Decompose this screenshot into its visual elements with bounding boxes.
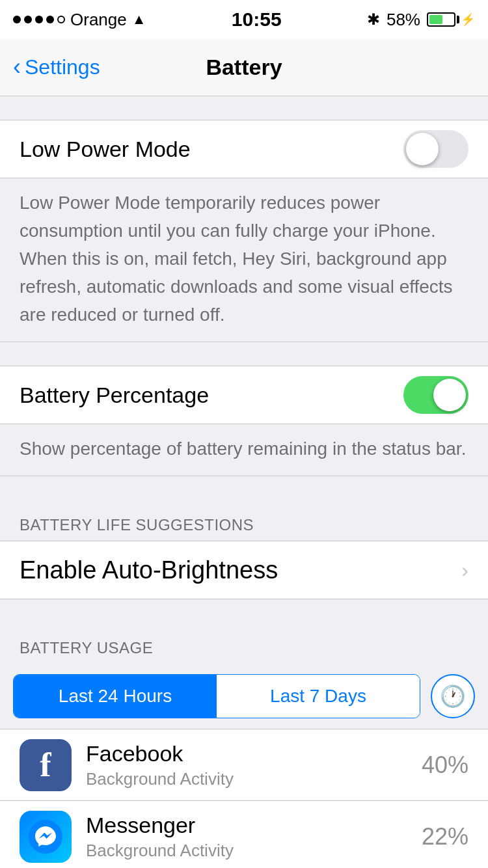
last-24-hours-tab[interactable]: Last 24 Hours (14, 675, 217, 718)
table-row[interactable]: f Facebook Background Activity 40% (0, 729, 488, 801)
back-label: Settings (25, 55, 100, 79)
battery-tip (457, 16, 459, 23)
clock-icon: 🕐 (440, 684, 466, 709)
low-power-mode-row: Low Power Mode (0, 120, 488, 178)
battery-fill (429, 15, 442, 24)
back-button[interactable]: ‹ Settings (13, 55, 100, 79)
messenger-pct: 22% (422, 823, 468, 850)
auto-brightness-row[interactable]: Enable Auto-Brightness › (0, 541, 488, 599)
status-right: ✱ 58% ⚡ (367, 10, 475, 30)
app-usage-list: f Facebook Background Activity 40% (0, 729, 488, 868)
facebook-icon: f (20, 739, 72, 791)
last-7-days-label: Last 7 Days (270, 686, 366, 707)
messenger-name: Messenger (86, 813, 407, 838)
battery-icon: ⚡ (427, 12, 475, 27)
signal-dot-3 (35, 16, 43, 23)
table-row[interactable]: Messenger Background Activity 22% (0, 801, 488, 868)
battery-usage-header-block: BATTERY USAGE (0, 623, 488, 664)
signal-dot-2 (24, 16, 32, 23)
auto-brightness-label: Enable Auto-Brightness (20, 556, 278, 584)
last-7-days-tab[interactable]: Last 7 Days (217, 675, 420, 718)
low-power-mode-knob (406, 133, 439, 165)
time-segment-control[interactable]: Last 24 Hours Last 7 Days (13, 674, 420, 718)
last-24-hours-label: Last 24 Hours (59, 686, 172, 707)
low-power-mode-group: Low Power Mode (0, 120, 488, 178)
bluetooth-icon: ✱ (367, 10, 380, 29)
suggestions-header-block: BATTERY LIFE SUGGESTIONS (0, 500, 488, 541)
low-power-mode-toggle[interactable] (403, 130, 468, 168)
nav-bar: ‹ Settings Battery (0, 39, 488, 96)
messenger-info: Messenger Background Activity (86, 813, 407, 861)
suggestions-header: BATTERY LIFE SUGGESTIONS (20, 516, 254, 534)
carrier-label: Orange (70, 10, 127, 30)
facebook-name: Facebook (86, 741, 407, 766)
lightning-icon: ⚡ (461, 12, 475, 27)
signal-dot-4 (46, 16, 54, 23)
battery-body (427, 12, 455, 27)
segment-control-row: Last 24 Hours Last 7 Days 🕐 (0, 664, 488, 729)
top-spacer (0, 96, 488, 120)
battery-percentage-description: Show percentage of battery remaining in … (20, 439, 466, 459)
back-chevron-icon: ‹ (13, 55, 21, 79)
status-left: Orange ▲ (13, 10, 146, 30)
middle-spacer-2 (0, 476, 488, 500)
battery-percentage-group: Battery Percentage (0, 366, 488, 424)
status-bar: Orange ▲ 10:55 ✱ 58% ⚡ (0, 0, 488, 39)
auto-brightness-chevron: › (461, 558, 468, 582)
battery-usage-header: BATTERY USAGE (20, 639, 153, 657)
battery-percentage-knob (433, 379, 466, 411)
page-title: Battery (206, 55, 282, 80)
signal-dot-1 (13, 16, 21, 23)
messenger-sub: Background Activity (86, 841, 407, 861)
low-power-mode-description-block: Low Power Mode temporarily reduces power… (0, 178, 488, 342)
signal-dots (13, 16, 65, 23)
battery-percentage-row: Battery Percentage (0, 366, 488, 424)
facebook-pct: 40% (422, 752, 468, 779)
middle-spacer-1 (0, 342, 488, 366)
battery-percentage-status: 58% (386, 10, 420, 30)
battery-percentage-toggle[interactable] (403, 376, 468, 414)
messenger-icon (20, 811, 72, 863)
signal-dot-5 (57, 16, 65, 23)
svg-point-0 (29, 820, 62, 854)
content: Low Power Mode Low Power Mode temporaril… (0, 96, 488, 868)
wifi-icon: ▲ (132, 11, 146, 28)
battery-percentage-label: Battery Percentage (20, 383, 209, 408)
middle-spacer-3 (0, 599, 488, 623)
clock-button[interactable]: 🕐 (431, 674, 475, 718)
low-power-mode-description: Low Power Mode temporarily reduces power… (20, 193, 453, 325)
suggestions-group: Enable Auto-Brightness › (0, 541, 488, 599)
battery-percentage-description-block: Show percentage of battery remaining in … (0, 424, 488, 476)
low-power-mode-label: Low Power Mode (20, 137, 191, 162)
facebook-info: Facebook Background Activity (86, 741, 407, 789)
facebook-sub: Background Activity (86, 769, 407, 789)
status-time: 10:55 (232, 8, 282, 31)
